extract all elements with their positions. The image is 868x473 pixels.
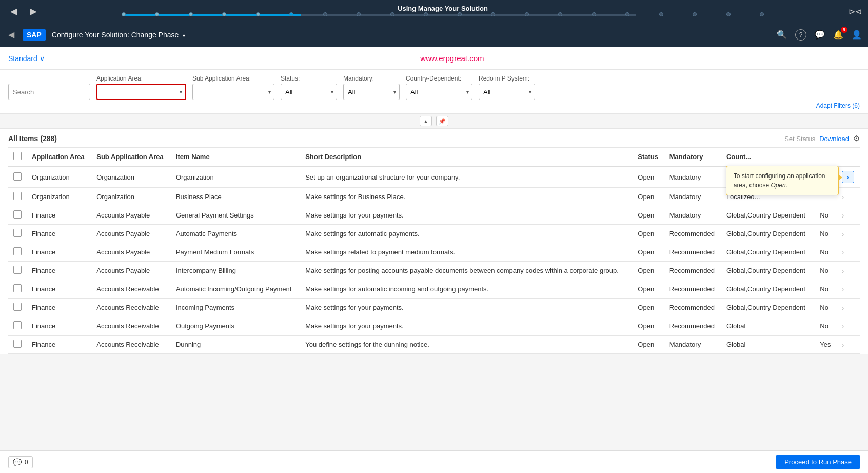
adapt-filters-link[interactable]: Adapt Filters (6) (816, 102, 860, 109)
sub-application-area-label: Sub Application Area: (192, 75, 274, 82)
table-title: All Items (288) (8, 134, 780, 143)
row-checkbox[interactable] (13, 229, 22, 237)
row-checkbox[interactable] (13, 172, 22, 181)
row-mandatory: Recommended (664, 280, 721, 299)
nav-back-button[interactable]: ◀ (6, 4, 22, 19)
row-nav-cell: To start configuring an application area… (837, 166, 860, 188)
row-nav-arrow[interactable]: › (842, 193, 844, 201)
row-checkbox[interactable] (13, 247, 22, 255)
row-short-desc: Make settings for your payments. (300, 206, 633, 225)
download-button[interactable]: Download (819, 135, 849, 143)
row-item-name: Incoming Payments (171, 299, 300, 317)
row-country: Global,Country Dependent (721, 225, 815, 243)
row-status: Open (633, 336, 664, 354)
header-icons: 🔍 ? 💬 🔔 9 👤 (777, 29, 862, 41)
row-mandatory: Recommended (664, 317, 721, 336)
row-checkbox-cell (8, 262, 27, 280)
row-checkbox[interactable] (13, 321, 22, 329)
title-dropdown-arrow[interactable]: ▾ (183, 33, 185, 38)
row-nav-arrow[interactable]: › (842, 230, 844, 238)
mandatory-select[interactable]: All Mandatory Recommended Optional ▾ (343, 84, 400, 100)
row-checkbox[interactable] (13, 210, 22, 219)
redo-label: Redo in P System: (479, 75, 535, 82)
row-nav-arrow[interactable]: › (842, 267, 844, 275)
top-bar: ◀ ▶ Using Manage Your Solution ⊳⊲ (0, 0, 868, 23)
row-short-desc: Make settings for your payments. (300, 317, 633, 336)
search-icon[interactable]: 🔍 (777, 30, 787, 40)
country-dependent-select[interactable]: All Yes No ▾ (406, 84, 472, 100)
row-item-name: Intercompany Billing (171, 262, 300, 280)
row-sub-area: Organization (91, 166, 171, 188)
row-nav-arrow[interactable]: › (842, 211, 844, 220)
status-select[interactable]: All Open In Process Completed ▾ (281, 84, 337, 100)
row-sub-area: Accounts Receivable (91, 336, 171, 354)
row-sub-area: Accounts Receivable (91, 299, 171, 317)
tooltip-popup: To start configuring an application area… (726, 166, 839, 195)
row-sub-area: Accounts Receivable (91, 317, 171, 336)
application-area-select[interactable]: ▾ (96, 84, 186, 100)
row-app-area: Finance (27, 225, 91, 243)
row-nav-arrow[interactable]: › (842, 171, 854, 183)
search-input[interactable] (13, 88, 99, 96)
row-checkbox[interactable] (13, 284, 22, 292)
set-status-button[interactable]: Set Status (784, 135, 815, 143)
main-content: All Items (288) Set Status Download ⚙ Ap… (0, 129, 868, 354)
status-dropdown[interactable]: All Open In Process Completed (281, 84, 331, 100)
nav-forward-button[interactable]: ▶ (26, 4, 41, 19)
row-country: Global (721, 317, 815, 336)
header-item-name: Item Name (171, 148, 300, 166)
user-icon[interactable]: 👤 (852, 30, 862, 40)
row-checkbox-cell (8, 299, 27, 317)
row-app-area: Finance (27, 317, 91, 336)
header-sub-area: Sub Application Area (91, 148, 171, 166)
top-nav: ◀ ▶ (6, 4, 41, 19)
sub-application-area-select[interactable]: ▾ (192, 84, 274, 100)
search-box[interactable]: 🔍 (8, 84, 90, 100)
row-checkbox-cell (8, 188, 27, 206)
help-icon[interactable]: ? (795, 29, 806, 41)
row-checkbox[interactable] (13, 340, 22, 348)
row-nav-arrow[interactable]: › (842, 341, 844, 349)
redo-dropdown[interactable]: All Yes No (479, 84, 529, 100)
row-checkbox[interactable] (13, 192, 22, 200)
notifications-icon[interactable]: 🔔 9 (833, 30, 843, 40)
row-status: Open (633, 206, 664, 225)
row-sub-area: Accounts Payable (91, 243, 171, 262)
standard-label: Standard (8, 54, 37, 63)
row-app-area: Finance (27, 280, 91, 299)
chat-icon[interactable]: 💬 (815, 30, 825, 40)
mandatory-dropdown[interactable]: All Mandatory Recommended Optional (344, 84, 393, 100)
row-sub-area: Accounts Payable (91, 262, 171, 280)
row-nav-arrow[interactable]: › (842, 248, 844, 257)
standard-dropdown[interactable]: Standard ∨ (8, 54, 45, 63)
redo-select[interactable]: All Yes No ▾ (479, 84, 535, 100)
table-settings-button[interactable]: ⚙ (853, 134, 860, 143)
share-icon[interactable]: ⊳⊲ (849, 7, 862, 16)
row-short-desc: Make settings related to payment medium … (300, 243, 633, 262)
secondary-header: Standard ∨ www.erpgreat.com (0, 47, 868, 70)
row-nav-arrow[interactable]: › (842, 304, 844, 312)
row-status: Open (633, 243, 664, 262)
row-mandatory: Mandatory (664, 166, 721, 188)
country-dependent-label: Country-Dependent: (406, 75, 472, 82)
redo-group: Redo in P System: All Yes No ▾ (479, 75, 535, 100)
sap-back-button[interactable]: ◀ (6, 28, 16, 42)
country-dependent-group: Country-Dependent: All Yes No ▾ (406, 75, 472, 100)
row-mandatory: Recommended (664, 225, 721, 243)
row-nav-arrow[interactable]: › (842, 322, 844, 330)
sub-application-area-dropdown[interactable] (193, 84, 268, 100)
application-area-dropdown[interactable] (97, 85, 180, 99)
row-nav-arrow[interactable]: › (842, 285, 844, 293)
row-checkbox[interactable] (13, 266, 22, 274)
collapse-up-button[interactable]: ▲ (420, 116, 432, 126)
row-nav-cell: › (837, 317, 860, 336)
row-country: Global,Country Dependent (721, 299, 815, 317)
watermark: www.erpgreat.com (45, 54, 860, 63)
status-group: Status: All Open In Process Completed ▾ (281, 75, 337, 100)
select-all-checkbox[interactable] (13, 152, 22, 160)
row-checkbox-cell (8, 225, 27, 243)
country-dependent-dropdown[interactable]: All Yes No (406, 84, 466, 100)
row-app-area: Finance (27, 262, 91, 280)
pin-button[interactable]: 📌 (436, 116, 448, 126)
row-checkbox[interactable] (13, 303, 22, 311)
